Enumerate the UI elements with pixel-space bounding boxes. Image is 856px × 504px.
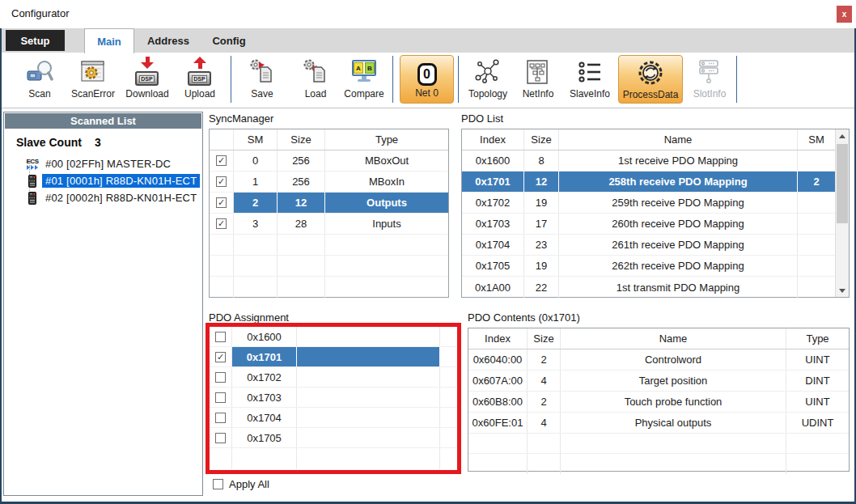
pdo-list-row[interactable]: 0x1A00 22 1st transmit PDO Mapping (462, 277, 835, 298)
pdo-list-row-selected[interactable]: 0x1701 12 258th receive PDO Mapping 2 (462, 172, 835, 193)
col-header-type: Type (325, 129, 448, 150)
col-header-index: Index (462, 129, 524, 150)
compare-a-label: A (354, 62, 363, 74)
upload-button[interactable]: DSP Upload (175, 54, 225, 104)
pdo-contents-row[interactable]: 0x60B8:00 2 Touch probe function UINT (468, 392, 849, 413)
col-header-size: Size (528, 328, 561, 349)
syncmanager-row[interactable]: ✓ 3 28 Inputs (210, 214, 448, 235)
checkbox[interactable] (215, 332, 226, 342)
empty-row (210, 448, 457, 469)
checkbox[interactable] (215, 372, 226, 383)
tab-config[interactable]: Config (202, 28, 256, 53)
pdo-contents-header-row: Index Size Name Type (468, 328, 849, 349)
compare-b-label: B (365, 62, 375, 74)
pdo-assignment-row[interactable]: 0x1600 (210, 327, 457, 347)
pdo-assignment-row[interactable]: 0x1703 (210, 388, 457, 408)
tree-item-slave-1[interactable]: #01 [0001h] R88D-KN01H-ECT (4, 172, 202, 189)
checkbox[interactable]: ✓ (216, 155, 227, 166)
tree-item-slave-2[interactable]: #02 [0002h] R88D-KN01H-ECT (4, 189, 202, 206)
pdo-list-section-label: PDO List (461, 112, 503, 125)
tab-main[interactable]: Main (84, 28, 134, 53)
scrollbar-up-arrow[interactable] (836, 129, 849, 142)
processdata-button[interactable]: ProcessData (618, 55, 683, 104)
tab-config-label: Config (212, 35, 245, 47)
pdo-contents-row[interactable]: 0x60FE:01 4 Physical outputs UDINT (468, 413, 849, 434)
title-bar: Configurator x (0, 0, 856, 28)
tab-strip: Setup Main Address Config (2, 28, 854, 53)
slotinfo-icon (695, 54, 724, 88)
tab-main-label: Main (97, 36, 121, 48)
download-button[interactable]: DSP Download (121, 54, 173, 104)
col-header-name: Name (559, 129, 798, 150)
checkbox[interactable] (215, 433, 226, 443)
pdo-list-scrollbar[interactable] (835, 129, 849, 297)
checkbox[interactable] (215, 392, 226, 403)
col-header-sm: SM (234, 129, 278, 150)
pdo-assignment-row-selected[interactable]: ✓ 0x1701 (210, 347, 457, 367)
pdo-list-row[interactable]: 0x1705 19 262th receive PDO Mapping (462, 256, 835, 277)
net-label: Net 0 (415, 87, 439, 99)
save-button[interactable]: Save (238, 54, 286, 104)
master-icon: ECS (23, 159, 41, 170)
tree-item-label: #00 [02FFh] MASTER-DC (42, 157, 174, 171)
pdo-contents-section-label: PDO Contents (0x1701) (468, 311, 580, 324)
col-header-index: Index (468, 328, 528, 349)
checkbox[interactable]: ✓ (216, 176, 227, 187)
pdo-assignment-row[interactable]: 0x1704 (210, 408, 457, 428)
syncmanager-section-label: SyncManager (209, 112, 273, 125)
close-button[interactable]: x (837, 6, 852, 23)
compare-button[interactable]: A B Compare (338, 54, 390, 104)
col-header-type: Type (786, 328, 849, 349)
pdo-contents-row[interactable]: 0x6040:00 2 Controlword UINT (468, 349, 849, 371)
syncmanager-header-row: SM Size Type (210, 129, 448, 150)
save-icon (248, 54, 277, 88)
net-button[interactable]: 0 Net 0 (400, 55, 454, 104)
close-icon: x (842, 10, 847, 19)
setup-button[interactable]: Setup (6, 30, 65, 51)
netinfo-button[interactable]: NetInfo (515, 54, 561, 104)
scan-error-button[interactable]: ScanError (66, 54, 120, 104)
apply-all[interactable]: Apply All (213, 478, 269, 490)
slotinfo-button[interactable]: SlotInfo (686, 54, 733, 104)
syncmanager-row[interactable]: ✓ 0 256 MBoxOut (210, 150, 448, 172)
toolbar-divider (458, 56, 459, 103)
pdo-list-table: Index Size Name SM 0x1600 8 1st receive … (461, 129, 850, 298)
syncmanager-row[interactable]: ✓ 1 256 MBoxIn (210, 172, 448, 193)
topology-button[interactable]: Topology (463, 54, 513, 104)
scrollbar-thumb[interactable] (837, 144, 848, 223)
pdo-assignment-row[interactable]: 0x1702 (210, 367, 457, 388)
load-button[interactable]: Load (291, 54, 340, 104)
checkbox[interactable]: ✓ (216, 218, 227, 229)
toolbar-divider (736, 56, 737, 103)
empty-row (468, 434, 849, 454)
checkbox[interactable]: ✓ (216, 197, 227, 208)
scrollbar-down-arrow[interactable] (836, 284, 849, 297)
pdo-list-header-row: Index Size Name SM (462, 129, 835, 150)
col-header-sm: SM (798, 129, 835, 150)
pdo-contents-row[interactable]: 0x607A:00 4 Target position DINT (468, 371, 849, 392)
setup-button-label: Setup (20, 35, 49, 47)
slaveinfo-button[interactable]: SlaveInfo (563, 54, 617, 104)
scanned-list-panel: Scanned List Slave Count3 ECS #00 [02FFh… (3, 112, 203, 496)
col-header-size: Size (278, 129, 325, 150)
pdo-list-row[interactable]: 0x1702 19 259th receive PDO Mapping (462, 193, 835, 214)
slaveinfo-label: SlaveInfo (570, 88, 610, 100)
apply-all-checkbox[interactable] (213, 479, 223, 489)
tree-item-label: #02 [0002h] R88D-KN01H-ECT (42, 191, 200, 205)
pdo-list-row[interactable]: 0x1600 8 1st receive PDO Mapping (462, 150, 835, 172)
scanned-list-title: Scanned List (70, 115, 136, 127)
syncmanager-row-selected[interactable]: ✓ 2 12 Outputs (210, 193, 448, 214)
scan-button[interactable]: Scan (15, 54, 65, 104)
netinfo-label: NetInfo (523, 88, 554, 100)
compare-label: Compare (344, 88, 384, 100)
pdo-assignment-row[interactable]: 0x1705 (210, 428, 457, 448)
tab-address[interactable]: Address (138, 28, 199, 53)
pdo-list-row[interactable]: 0x1704 23 261th receive PDO Mapping (462, 235, 835, 256)
tree-item-master[interactable]: ECS #00 [02FFh] MASTER-DC (4, 155, 202, 172)
checkbox[interactable] (215, 413, 226, 423)
checkbox[interactable]: ✓ (215, 352, 226, 362)
download-label: Download (125, 88, 168, 100)
pdo-list-row[interactable]: 0x1703 17 260th receive PDO Mapping (462, 214, 835, 235)
scan-error-icon (78, 54, 108, 88)
master-icon-label: ECS (27, 159, 39, 165)
